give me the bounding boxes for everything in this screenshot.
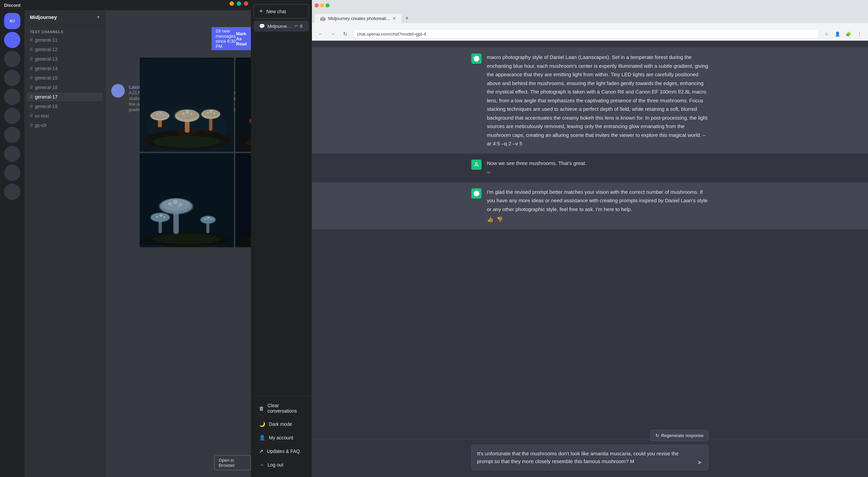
- new-chat-button[interactable]: + New chat: [254, 4, 309, 19]
- my-account-label: My account: [269, 435, 293, 440]
- dark-mode-label: Dark mode: [269, 421, 292, 427]
- thumbs-down-icon[interactable]: 👎: [496, 215, 503, 224]
- bookmark-icon[interactable]: ☆: [822, 29, 831, 39]
- reload-button[interactable]: ↻: [340, 29, 350, 39]
- extensions-icon[interactable]: 🧩: [844, 29, 853, 39]
- send-icon: ➤: [697, 459, 702, 466]
- channel-name: general-18: [35, 104, 58, 109]
- hash-icon: #: [30, 84, 33, 90]
- address-bar[interactable]: chat.openai.com/chat?model=gpt-4: [353, 29, 819, 39]
- discord-chat-area: 29 new messages since 6:30 PM Mark As Re…: [106, 10, 251, 477]
- browser-toolbar: ← → ↻ chat.openai.com/chat?model=gpt-4 ☆…: [312, 27, 868, 41]
- browser-minimize-button[interactable]: [320, 3, 324, 7]
- gpt-message-actions: 👍 👎: [487, 215, 709, 224]
- clear-conversations-label: Clear conversations: [268, 403, 303, 414]
- notification-bar[interactable]: 29 new messages since 6:30 PM Mark As Re…: [212, 27, 251, 50]
- chat-messages-area: macro photography style of Daniel Laan (…: [312, 41, 868, 439]
- discord-titlebar: Discord: [0, 0, 251, 10]
- channel-gc-ch[interactable]: # gc-ch: [27, 121, 103, 130]
- new-tab-button[interactable]: +: [402, 14, 412, 23]
- server-icon-5[interactable]: [4, 108, 20, 124]
- thumbs-up-icon[interactable]: 👍: [487, 215, 494, 224]
- server-header[interactable]: Midjourney ▼: [24, 10, 106, 24]
- browser-tab-chatgpt[interactable]: 🤖 Midjourney creates photoreali... ✕: [315, 14, 401, 23]
- server-icon-8[interactable]: [4, 165, 20, 181]
- url-text: chat.openai.com/chat?model=gpt-4: [357, 32, 426, 37]
- user-message-1: Now we see three mushrooms. That's great…: [312, 153, 868, 182]
- svg-rect-54: [235, 59, 251, 150]
- channel-name: general-13: [35, 56, 58, 62]
- chat-input-area: ↻ Regenerate response ➤: [312, 439, 868, 477]
- send-button[interactable]: ➤: [694, 457, 705, 468]
- server-icon-4[interactable]: [4, 89, 20, 105]
- server-icon-3[interactable]: [4, 70, 20, 86]
- server-icon-6[interactable]: [4, 127, 20, 143]
- tab-close-button[interactable]: ✕: [392, 16, 396, 21]
- user-icon: 👤: [259, 435, 265, 441]
- updates-faq-label: Updates & FAQ: [267, 449, 300, 454]
- channel-general-14[interactable]: # general-14: [27, 64, 103, 73]
- server-icon-2[interactable]: [4, 51, 20, 67]
- browser-action-buttons: ☆ 👤 🧩 ⋮: [822, 29, 864, 39]
- regen-label: Regenerate response: [661, 433, 704, 438]
- back-button[interactable]: ←: [316, 29, 326, 39]
- channel-general-18[interactable]: # general-18: [27, 102, 103, 111]
- chat-item-actions: ✏ 🗑: [295, 24, 303, 28]
- regenerate-response-button[interactable]: ↻ Regenerate response: [650, 430, 709, 441]
- gpt-message-text-2: I'm glad the revised prompt better match…: [487, 188, 709, 214]
- chat-input-field[interactable]: [471, 445, 709, 470]
- my-account-button[interactable]: 👤 My account: [254, 431, 309, 444]
- minimize-button[interactable]: [230, 1, 234, 6]
- channel-general-15[interactable]: # general-15: [27, 74, 103, 82]
- channel-name: general-16: [35, 85, 58, 90]
- browser-close-button[interactable]: [315, 3, 319, 7]
- mushroom-image-4: [235, 153, 251, 247]
- browser-tab-bar: 🤖 Midjourney creates photoreali... ✕ +: [312, 11, 868, 23]
- user-avatar-1: [471, 160, 481, 170]
- mushroom-image-grid: [140, 58, 251, 247]
- updates-faq-button[interactable]: ↗ Updates & FAQ: [254, 445, 309, 458]
- hash-icon: #: [30, 122, 33, 128]
- discord-content: MJ Midjourney ▼ Text Channels # general-…: [0, 10, 251, 477]
- svg-rect-79: [140, 155, 234, 246]
- log-out-button[interactable]: → Log out: [254, 458, 309, 471]
- server-chevron-icon: ▼: [96, 15, 100, 20]
- user-message-actions: ✏: [487, 169, 709, 177]
- channel-name: general-14: [35, 66, 58, 71]
- profile-icon[interactable]: 👤: [833, 29, 842, 39]
- message-avatar: [111, 84, 125, 98]
- midjourney-server-icon[interactable]: MJ: [4, 13, 20, 29]
- channel-general-12[interactable]: # general-12: [27, 45, 103, 54]
- chat-item-label: Midjourney creates pho: [268, 24, 292, 29]
- edit-message-icon[interactable]: ✏: [487, 169, 491, 177]
- server-icon-1[interactable]: [4, 32, 20, 48]
- svg-point-104: [475, 163, 477, 164]
- chatgpt-panel: + New chat 💬 Midjourney creates pho ✏ 🗑 …: [251, 0, 868, 477]
- current-chat-item[interactable]: 💬 Midjourney creates pho ✏ 🗑: [254, 21, 309, 32]
- forward-button[interactable]: →: [328, 29, 338, 39]
- channel-general-11[interactable]: # general-11: [27, 36, 103, 44]
- menu-icon[interactable]: ⋮: [854, 29, 864, 39]
- browser-maximize-button[interactable]: [326, 3, 330, 7]
- open-in-browser-button[interactable]: Open in Browser: [214, 455, 251, 470]
- server-icon-9[interactable]: [4, 184, 20, 200]
- external-link-icon: ↗: [259, 448, 263, 454]
- channel-vc-text[interactable]: # vc-text: [27, 111, 103, 120]
- edit-chat-icon[interactable]: ✏: [295, 24, 298, 28]
- svg-rect-103: [235, 155, 251, 246]
- server-icon-7[interactable]: [4, 146, 20, 162]
- channel-general-13[interactable]: # general-13: [27, 55, 103, 63]
- delete-chat-icon[interactable]: 🗑: [299, 24, 303, 28]
- maximize-button[interactable]: [237, 1, 241, 6]
- dark-mode-button[interactable]: 🌙 Dark mode: [254, 418, 309, 431]
- hash-icon: #: [30, 37, 33, 43]
- mark-as-read-button[interactable]: Mark As Read: [236, 31, 247, 46]
- channel-general-16[interactable]: # general-16: [27, 83, 103, 92]
- discord-channel-list: Midjourney ▼ Text Channels # general-11 …: [24, 10, 106, 477]
- close-button[interactable]: [244, 1, 248, 6]
- clear-conversations-button[interactable]: 🗑 Clear conversations: [254, 399, 309, 417]
- hash-icon: #: [30, 65, 33, 71]
- channel-name: general-11: [35, 37, 58, 43]
- gpt-avatar-1: [471, 54, 481, 64]
- channel-general-17[interactable]: # general-17: [27, 92, 103, 101]
